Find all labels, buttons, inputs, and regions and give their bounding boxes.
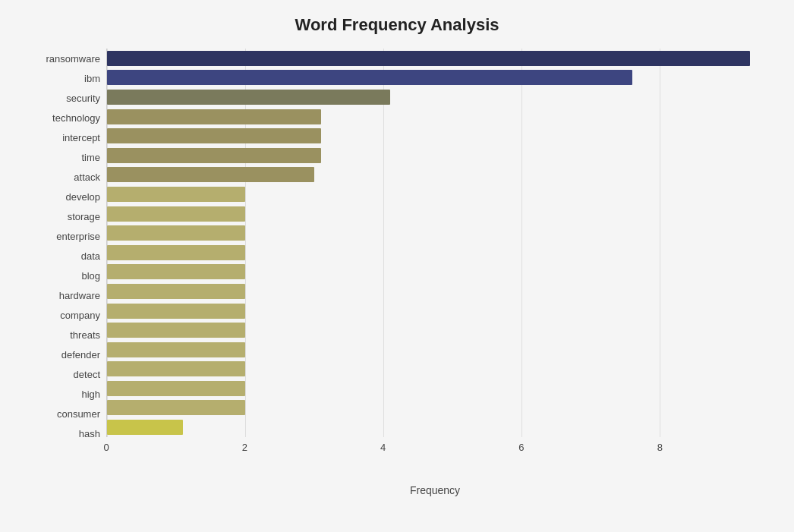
bar-row — [107, 68, 764, 88]
y-label: hardware — [59, 285, 100, 305]
y-label: intercept — [62, 127, 100, 147]
chart-container: Word Frequency Analysis ransomwareibmsec… — [0, 0, 794, 532]
bar — [107, 284, 245, 299]
bar-row — [107, 282, 764, 301]
bar-row — [107, 184, 764, 204]
bar-row — [107, 398, 764, 418]
y-label: ibm — [84, 68, 100, 88]
x-axis-title: Frequency — [106, 484, 764, 496]
y-label: consumer — [57, 404, 100, 423]
bar — [107, 148, 321, 163]
bar — [107, 400, 245, 415]
bar — [107, 225, 245, 241]
y-label: blog — [81, 266, 100, 285]
y-label: data — [81, 246, 100, 266]
y-label: time — [81, 147, 100, 167]
chart-area: ransomwareibmsecuritytechnologyintercept… — [30, 49, 764, 496]
bar-row — [107, 107, 764, 127]
bar-row — [107, 301, 764, 321]
x-tick-label: 8 — [657, 442, 663, 453]
y-label: technology — [52, 108, 100, 127]
bar-row — [107, 320, 764, 340]
bar-row — [107, 146, 764, 165]
bar — [107, 167, 314, 182]
y-label: detect — [74, 364, 100, 384]
y-label: company — [60, 305, 100, 325]
bar — [107, 245, 245, 260]
y-label: storage — [68, 206, 100, 226]
y-axis-labels: ransomwareibmsecuritytechnologyintercept… — [30, 49, 106, 496]
bar — [107, 70, 632, 85]
bar — [107, 51, 750, 66]
bar-rows — [107, 49, 764, 437]
bars-section: 02468 Frequency — [106, 49, 764, 496]
y-label: threats — [70, 325, 100, 345]
bar — [107, 361, 245, 376]
bar-row — [107, 165, 764, 185]
bar — [107, 304, 245, 319]
bar-row — [107, 379, 764, 398]
x-tick-label: 4 — [380, 442, 386, 453]
y-label: attack — [74, 167, 100, 187]
bar — [107, 420, 183, 435]
bar — [107, 109, 321, 124]
bar-row — [107, 243, 764, 263]
x-tick-label: 6 — [518, 442, 524, 453]
bar-row — [107, 223, 764, 243]
bar-row — [107, 126, 764, 146]
bar — [107, 187, 245, 202]
y-label: enterprise — [56, 226, 100, 246]
bar — [107, 128, 321, 143]
bar — [107, 323, 245, 338]
bar — [107, 342, 245, 357]
bar — [107, 90, 390, 105]
y-label: security — [66, 88, 100, 108]
x-tick-label: 0 — [103, 442, 109, 453]
x-tick-label: 2 — [242, 442, 247, 453]
y-label: ransomware — [46, 49, 100, 68]
y-label: hash — [79, 423, 100, 443]
bar-row — [107, 263, 764, 282]
bar — [107, 206, 245, 222]
bar-row — [107, 340, 764, 360]
y-label: develop — [65, 187, 100, 206]
bar-row — [107, 87, 764, 107]
chart-title: Word Frequency Analysis — [30, 15, 764, 35]
bar-row — [107, 204, 764, 224]
bar-row — [107, 49, 764, 68]
bar — [107, 264, 245, 279]
bar-row — [107, 417, 764, 437]
bar — [107, 381, 245, 396]
bars-wrapper — [106, 49, 764, 437]
x-axis-container: 02468 — [106, 437, 764, 463]
bar-row — [107, 360, 764, 379]
y-label: high — [81, 384, 100, 404]
y-label: defender — [61, 345, 100, 364]
